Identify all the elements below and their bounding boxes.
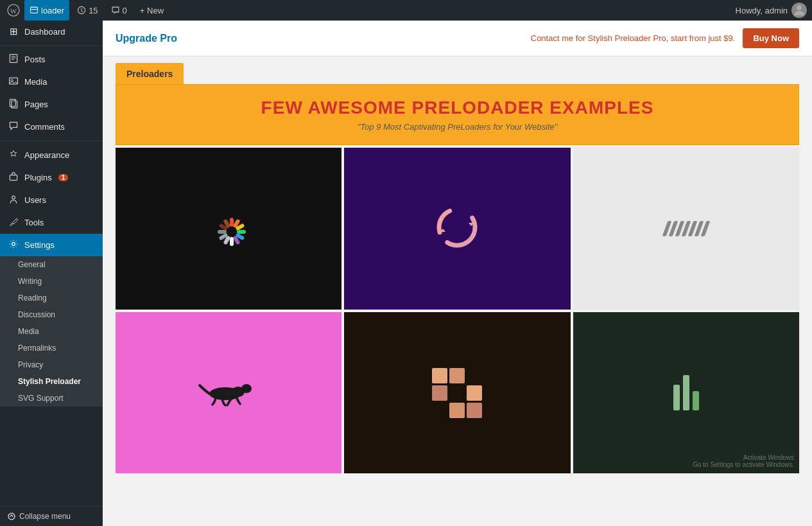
preloader-grid: Activate Windows Go to Settings to activ… [116,148,799,473]
submenu-permalinks[interactable]: Permalinks [0,340,103,356]
menu-separator [0,45,103,46]
svg-point-32 [241,384,252,393]
mosaic-square [467,385,482,401]
mosaic-square [467,403,482,418]
sidebar-item-appearance[interactable]: Appearance [0,144,103,166]
submenu-privacy[interactable]: Privacy [0,356,103,373]
svg-point-11 [12,196,15,199]
svg-point-12 [12,243,15,246]
mosaic-square [432,403,447,418]
adminbar-new[interactable]: + New [135,0,169,21]
submenu-general[interactable]: General [0,256,103,273]
bar [673,385,680,410]
posts-icon [8,53,19,66]
sidebar-item-plugins[interactable]: Plugins 1 [0,166,103,189]
appearance-icon [8,149,19,161]
sidebar-item-media[interactable]: Media [0,71,103,93]
upgrade-bar: Upgrade Pro Contact me for Stylish Prelo… [103,21,812,57]
svg-rect-9 [12,101,17,108]
menu-separator [0,141,103,141]
comments-icon [8,121,19,133]
tab-bar: Preloaders [116,63,799,84]
svg-rect-2 [30,7,37,13]
pages-icon [8,98,19,110]
preloader-card-3 [573,148,799,310]
collapse-menu-button[interactable]: Collapse menu [0,507,103,526]
settings-submenu: General Writing Reading Discussion Media… [0,256,103,407]
mosaic-square [467,368,482,383]
submenu-reading[interactable]: Reading [0,290,103,306]
media-icon [8,76,19,88]
svg-rect-10 [10,175,17,180]
spinner-lines [665,221,707,236]
preloader-card-5 [344,312,570,474]
submenu-discussion[interactable]: Discussion [0,306,103,323]
svg-rect-17 [237,230,246,234]
svg-rect-14 [230,218,234,227]
sidebar-item-label: Appearance [24,150,69,160]
sidebar-item-label: Users [24,195,46,205]
tab-preloaders[interactable]: Preloaders [116,63,184,84]
spinner-mosaic [432,368,482,418]
preloader-card-4 [116,312,341,474]
submenu-svg-support[interactable]: SVG Support [0,390,103,407]
sidebar-item-posts[interactable]: Posts [0,48,103,71]
preloader-card-2 [344,148,570,310]
spinner-cheetah [190,376,267,410]
sidebar-item-label: Plugins [24,173,52,182]
upgrade-bar-right: Contact me for Stylish Preloader Pro, st… [531,28,799,48]
sidebar-item-users[interactable]: Users [0,189,103,211]
svg-rect-23 [218,230,227,234]
mosaic-square [432,368,447,383]
sidebar-item-label: Dashboard [24,27,65,37]
activate-windows-subtext: Go to Settings to activate Windows. [693,461,794,468]
sidebar-arrow [99,241,103,249]
mosaic-square [449,385,465,401]
svg-point-4 [797,5,802,10]
adminbar-site[interactable]: loader [24,0,69,21]
upgrade-bar-title: Upgrade Pro [116,33,177,44]
banner-subtitle: "Top 9 Most Captivating PreLoaders for Y… [129,122,786,132]
menu-bottom: Collapse menu [0,506,103,526]
admin-avatar[interactable] [791,3,807,18]
sidebar-item-dashboard[interactable]: ⊞ Dashboard [0,21,103,42]
adminbar-comments[interactable]: 0 [106,0,132,21]
dashboard-icon: ⊞ [8,26,19,37]
svg-text:W: W [10,7,17,15]
svg-rect-5 [10,55,17,63]
preloader-banner: FEW AWESOME PRELODADER EXAMPLES "Top 9 M… [116,84,799,145]
sidebar-item-label: Settings [24,240,55,250]
settings-icon [8,239,19,251]
mosaic-square [432,385,447,401]
sidebar-item-label: Comments [24,122,65,132]
sidebar-item-tools[interactable]: Tools [0,211,103,234]
preloader-card-1 [116,148,341,310]
spinner-bars [673,375,699,410]
sidebar-item-comments[interactable]: Comments [0,116,103,138]
upgrade-contact-text: Contact me for Stylish Preloader Pro, st… [531,33,736,43]
svg-rect-8 [10,100,15,107]
sidebar-item-pages[interactable]: Pages [0,93,103,116]
submenu-media[interactable]: Media [0,323,103,340]
submenu-stylish-preloader[interactable]: Stylish Preloader [0,373,103,390]
mosaic-square [449,403,465,418]
bar [693,391,699,410]
adminbar-updates[interactable]: 15 [72,0,103,21]
adminbar-howdy: Howdy, admin [736,3,807,18]
main-content: Upgrade Pro Contact me for Stylish Prelo… [103,21,812,526]
admin-bar: W loader 15 0 + New Howdy, admin [0,0,812,21]
banner-title: FEW AWESOME PRELODADER EXAMPLES [129,98,786,118]
wp-logo[interactable]: W [5,0,22,21]
buy-now-button[interactable]: Buy Now [743,28,799,48]
plugins-icon [8,171,19,184]
submenu-writing[interactable]: Writing [0,273,103,290]
mosaic-square [449,368,465,383]
sidebar-item-settings[interactable]: Settings [0,234,103,256]
preloader-card-6: Activate Windows Go to Settings to activ… [573,312,799,474]
plugins-badge: 1 [58,174,69,181]
sidebar-item-label: Pages [24,100,48,109]
spinner-circle-arrows [431,202,483,256]
activate-windows-text: Activate Windows [693,454,794,461]
windows-watermark: Activate Windows Go to Settings to activ… [693,454,794,468]
svg-rect-6 [10,78,18,84]
